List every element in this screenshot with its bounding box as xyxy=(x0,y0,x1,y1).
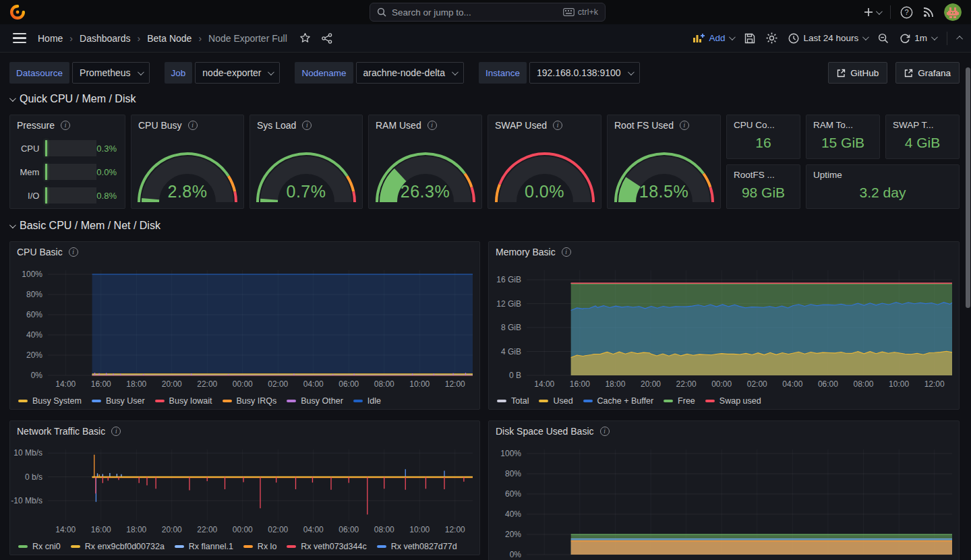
variable-nodename-label[interactable]: Nodename xyxy=(295,62,353,84)
variable-job-select[interactable]: node-exporter xyxy=(195,62,280,84)
info-icon[interactable]: i xyxy=(111,427,121,436)
info-icon[interactable]: i xyxy=(69,247,78,257)
legend-swatch xyxy=(583,400,593,402)
legend-item[interactable]: Busy Iowait xyxy=(155,396,212,406)
info-icon[interactable]: i xyxy=(302,121,312,130)
legend-item[interactable]: Idle xyxy=(353,396,381,406)
svg-text:04:00: 04:00 xyxy=(303,525,324,534)
panel-title: SWAP Used xyxy=(495,120,547,131)
search-input[interactable]: Search or jump to... ctrl+k xyxy=(370,3,606,22)
grafana-link-button[interactable]: Grafana xyxy=(895,62,960,84)
share-icon[interactable] xyxy=(322,33,332,44)
panel-network-traffic-basic: Network Traffic Basici 10 Mb/s0 b/s-10 M… xyxy=(9,421,480,555)
panel-disk-space-used-basic: Disk Space Used Basici 0%20%40%60%80%100… xyxy=(488,421,960,560)
pressure-value: 0.3% xyxy=(96,144,117,154)
news-button[interactable] xyxy=(922,6,935,18)
variable-datasource-select[interactable]: Prometheus xyxy=(72,62,149,84)
info-icon[interactable]: i xyxy=(61,121,70,130)
divider xyxy=(890,5,891,19)
refresh-picker[interactable]: 1m xyxy=(900,33,936,44)
legend-swatch xyxy=(18,400,28,402)
variable-datasource-label[interactable]: Datasource xyxy=(9,62,69,84)
legend-item[interactable]: Rx veth0827d77d xyxy=(377,542,457,551)
new-button[interactable] xyxy=(864,7,881,17)
variable-instance-label[interactable]: Instance xyxy=(479,62,527,84)
legend-item[interactable]: Busy User xyxy=(92,396,145,406)
info-icon[interactable]: i xyxy=(188,121,198,130)
legend-swatch xyxy=(287,400,296,402)
time-range-picker[interactable]: Last 24 hours xyxy=(788,33,867,44)
help-button[interactable]: ? xyxy=(900,6,913,19)
svg-text:12 GiB: 12 GiB xyxy=(496,299,521,309)
svg-text:8 GiB: 8 GiB xyxy=(501,323,521,332)
legend-swatch xyxy=(243,545,253,548)
pressure-value: 0.8% xyxy=(96,191,117,201)
legend-item[interactable]: Busy Other xyxy=(287,396,343,406)
avatar[interactable] xyxy=(944,3,962,21)
panel-title: CPU Basic xyxy=(17,247,63,257)
info-icon[interactable]: i xyxy=(562,247,571,257)
info-icon[interactable]: i xyxy=(428,121,437,130)
github-link-button[interactable]: GitHub xyxy=(828,62,887,84)
legend-item[interactable]: Rx cni0 xyxy=(18,542,61,551)
legend-item[interactable]: Swap used xyxy=(705,396,761,406)
section-quick-cpu-mem-disk[interactable]: Quick CPU / Mem / Disk xyxy=(0,90,971,106)
menu-toggle-button[interactable] xyxy=(8,28,31,49)
legend-item[interactable]: Rx enx9cbf0d00732a xyxy=(71,542,165,551)
legend-item[interactable]: Free xyxy=(664,396,695,406)
info-icon[interactable]: i xyxy=(553,121,562,130)
keyboard-icon xyxy=(563,8,575,16)
legend-item[interactable]: Rx veth073d344c xyxy=(287,542,366,551)
external-link-icon xyxy=(904,69,913,77)
section-basic-cpu-mem-net-disk[interactable]: Basic CPU / Mem / Net / Disk xyxy=(0,217,971,233)
legend-swatch xyxy=(18,545,28,548)
timeseries-chart[interactable]: 10 Mb/s0 b/s-10 Mb/s14:0016:0018:0020:00… xyxy=(10,441,479,537)
panel-swap-used: SWAP Usedi 0.0% xyxy=(488,115,601,209)
legend-item[interactable]: Rx flannel.1 xyxy=(175,542,233,551)
timeseries-chart[interactable]: 0 B4 GiB8 GiB12 GiB16 GiB14:0016:0018:00… xyxy=(489,262,959,392)
save-dashboard-button[interactable] xyxy=(744,33,755,44)
variable-job: Job node-exporter xyxy=(165,62,281,84)
svg-text:00:00: 00:00 xyxy=(233,525,253,534)
variable-instance-select[interactable]: 192.168.0.138:9100 xyxy=(529,62,640,84)
gauge-value: 26.3% xyxy=(369,182,481,201)
timeseries-chart[interactable]: 0%20%40%60%80%100%14:0016:0018:0020:0022… xyxy=(10,262,479,392)
scrollbar-thumb[interactable] xyxy=(966,67,970,308)
favorite-star-icon[interactable] xyxy=(299,32,311,44)
breadcrumb-folder[interactable]: Beta Node xyxy=(147,33,192,44)
panel-ram-used: RAM Usedi 26.3% xyxy=(368,115,482,209)
variable-nodename-select[interactable]: arachne-node-delta xyxy=(356,62,464,84)
legend-label: Rx lo xyxy=(258,542,276,551)
breadcrumb-home[interactable]: Home xyxy=(38,33,63,44)
variable-job-label[interactable]: Job xyxy=(165,62,193,84)
breadcrumb-separator: › xyxy=(198,33,202,44)
dashboard-settings-button[interactable] xyxy=(766,32,777,44)
zoom-out-time-button[interactable] xyxy=(878,33,889,44)
search-icon xyxy=(377,7,386,17)
svg-text:0%: 0% xyxy=(31,371,43,380)
news-rss-icon xyxy=(922,6,935,18)
svg-text:20%: 20% xyxy=(505,530,521,539)
svg-text:0 b/s: 0 b/s xyxy=(25,472,42,482)
legend-item[interactable]: Used xyxy=(539,396,572,406)
legend-item[interactable]: Total xyxy=(497,396,529,406)
legend-item[interactable]: Cache + Buffer xyxy=(583,396,654,406)
timeseries-chart[interactable]: 0%20%40%60%80%100%14:0016:0018:0020:0022… xyxy=(489,441,959,560)
info-icon[interactable]: i xyxy=(680,121,689,130)
legend-item[interactable]: Rx lo xyxy=(243,542,276,551)
grafana-logo-icon[interactable] xyxy=(9,4,26,20)
legend-item[interactable]: Busy System xyxy=(18,396,82,406)
legend-label: Rx enx9cbf0d00732a xyxy=(85,542,165,551)
breadcrumb-dashboards[interactable]: Dashboards xyxy=(80,33,131,44)
panel-title: CPU Busy xyxy=(138,120,182,131)
legend-item[interactable]: Busy IRQs xyxy=(223,396,277,406)
panel-uptime: Uptime 3.2 day xyxy=(806,164,960,209)
divider xyxy=(947,32,947,45)
panel-title: Disk Space Used Basic xyxy=(496,426,594,437)
svg-text:08:00: 08:00 xyxy=(374,525,394,534)
info-icon[interactable]: i xyxy=(600,427,610,436)
chevron-down-icon xyxy=(931,34,938,40)
page-scrollbar[interactable] xyxy=(964,53,971,560)
add-panel-button[interactable]: Add xyxy=(693,33,734,43)
collapse-toolbar-button[interactable] xyxy=(958,36,963,40)
